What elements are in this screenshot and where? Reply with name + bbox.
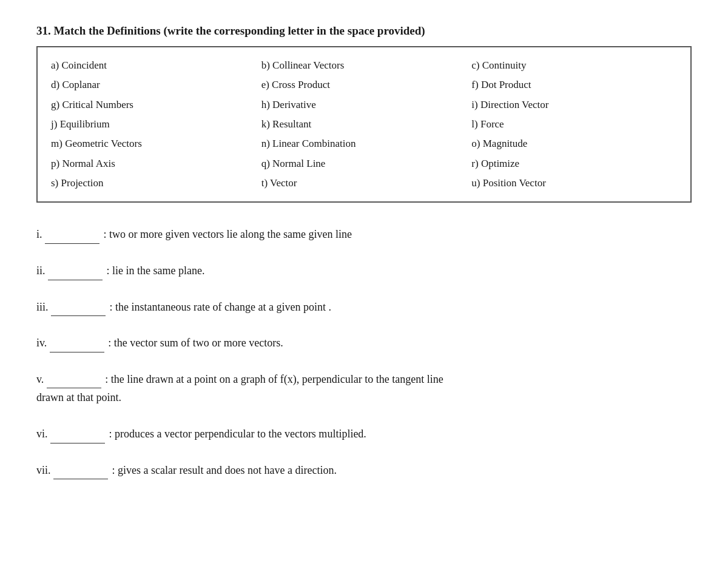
table-cell: m) Geometric Vectors <box>49 134 259 153</box>
table-col-2: b) Collinear Vectors e) Cross Product h)… <box>259 56 470 193</box>
q-label-ii: ii. <box>36 265 46 277</box>
question-item-vii: vii. : gives a scalar result and does no… <box>36 460 692 480</box>
q-blank-iv[interactable] <box>50 333 104 352</box>
q-text-vii: : gives a scalar result and does not hav… <box>112 464 337 476</box>
table-cell: p) Normal Axis <box>49 154 259 174</box>
q-text-vi: : produces a vector perpendicular to the… <box>109 428 366 440</box>
table-cell: e) Cross Product <box>259 75 470 95</box>
table-cell: l) Force <box>469 115 679 134</box>
q-blank-vi[interactable] <box>50 424 105 443</box>
q-blank-vii[interactable] <box>53 460 108 480</box>
table-cell: i) Direction Vector <box>469 95 679 115</box>
question-item-ii: ii. : lie in the same plane. <box>36 261 692 280</box>
table-cell: a) Coincident <box>49 56 259 75</box>
q-blank-v[interactable] <box>47 369 101 389</box>
question-item-i: i. : two or more given vectors lie along… <box>36 224 692 244</box>
q-blank-i[interactable] <box>45 224 99 244</box>
table-inner: a) Coincident d) Coplanar g) Critical Nu… <box>49 56 679 193</box>
question-container: 31. Match the Definitions (write the cor… <box>36 24 692 479</box>
q-label-iv: iv. <box>36 337 47 349</box>
table-cell: q) Normal Line <box>259 154 470 174</box>
table-cell: g) Critical Numbers <box>49 95 259 115</box>
definitions-table: a) Coincident d) Coplanar g) Critical Nu… <box>36 46 692 203</box>
table-cell: f) Dot Product <box>469 75 679 95</box>
question-item-iii: iii. : the instantaneous rate of change … <box>36 297 692 317</box>
table-col-3: c) Continuity f) Dot Product i) Directio… <box>469 56 679 193</box>
q-label-v: v. <box>36 373 44 385</box>
q-label-iii: iii. <box>36 301 49 313</box>
table-cell: k) Resultant <box>259 115 470 134</box>
table-col-1: a) Coincident d) Coplanar g) Critical Nu… <box>49 56 259 193</box>
question-number: 31. Match the Definitions (write the cor… <box>36 24 692 38</box>
table-cell: o) Magnitude <box>469 134 679 153</box>
question-item-v: v. : the line drawn at a point on a grap… <box>36 369 692 407</box>
table-cell: r) Optimize <box>469 154 679 174</box>
table-cell: t) Vector <box>259 174 470 193</box>
table-cell: u) Position Vector <box>469 174 679 193</box>
q-label-vi: vi. <box>36 428 48 440</box>
q-text-v-line2: drawn at that point. <box>36 388 692 407</box>
q-text-ii: : lie in the same plane. <box>107 265 205 277</box>
question-title-text: Match the Definitions (write the corresp… <box>54 24 425 37</box>
q-blank-iii[interactable] <box>51 297 106 317</box>
table-cell: h) Derivative <box>259 95 470 115</box>
q-label-vii: vii. <box>36 464 51 476</box>
q-text-iv: : the vector sum of two or more vectors. <box>108 337 283 349</box>
question-item-vi: vi. : produces a vector perpendicular to… <box>36 424 692 443</box>
table-cell: d) Coplanar <box>49 75 259 95</box>
q-text-iii: : the instantaneous rate of change at a … <box>110 301 331 313</box>
questions-section: i. : two or more given vectors lie along… <box>36 224 692 479</box>
q-blank-ii[interactable] <box>48 261 103 280</box>
question-v-line1: v. : the line drawn at a point on a grap… <box>36 369 692 389</box>
question-number-text: 31. <box>36 24 51 37</box>
table-cell: s) Projection <box>49 174 259 193</box>
q-text-v-line1: : the line drawn at a point on a graph o… <box>105 373 443 385</box>
table-cell: b) Collinear Vectors <box>259 56 470 75</box>
table-cell: c) Continuity <box>469 56 679 75</box>
q-text-i: : two or more given vectors lie along th… <box>104 228 352 240</box>
q-label-i: i. <box>36 228 42 240</box>
table-cell: j) Equilibrium <box>49 115 259 134</box>
table-cell: n) Linear Combination <box>259 134 470 153</box>
question-item-iv: iv. : the vector sum of two or more vect… <box>36 333 692 352</box>
